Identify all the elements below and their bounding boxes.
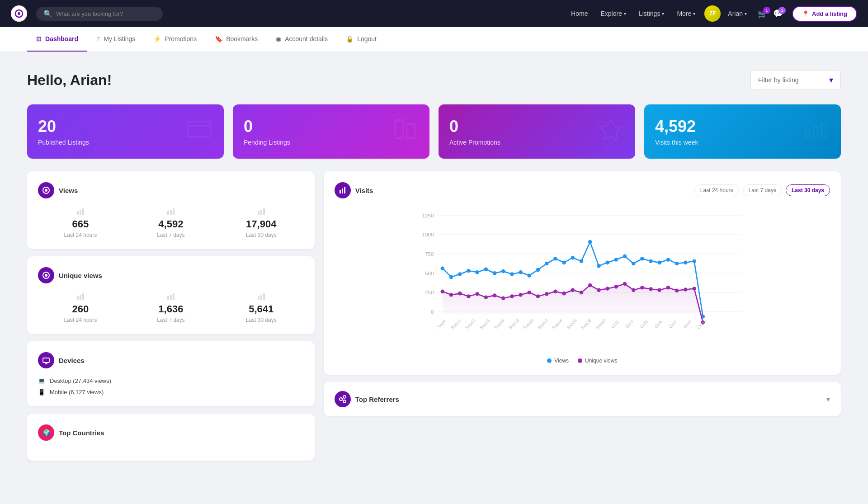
listings-icon: ≡ [96,35,100,42]
mobile-label: Mobile (6,127 views) [50,389,104,396]
unique-views-legend-label: Unique views [585,358,617,364]
views-30d-value: 17,904 [219,218,304,230]
devices-icon-circle [38,352,54,368]
nav-arian[interactable]: Arian ▾ [722,6,752,21]
svg-point-102 [623,282,627,286]
legend-unique-views: Unique views [578,358,617,364]
svg-point-84 [467,294,471,298]
svg-line-135 [342,400,344,401]
svg-point-95 [562,292,566,296]
tab-dashboard[interactable]: ⊡ Dashboard [27,27,87,52]
stat-card-pending: 0 Pending Listings [233,104,429,159]
left-column: Views 665 Last 24 hours 4,592 [27,171,315,461]
svg-point-110 [692,287,696,291]
stat-cards: 20 Published Listings 0 Pending Listings… [27,104,841,159]
nav-explore[interactable]: Explore ▾ [595,6,631,21]
pending-icon [392,118,419,146]
svg-point-53 [467,269,471,273]
unique-views-header: Unique views [38,267,304,283]
referrers-expand-icon[interactable]: ▾ [826,395,830,404]
svg-point-64 [562,261,566,265]
svg-point-59 [519,270,523,274]
svg-rect-32 [43,358,49,363]
header-row: Hello, Arian! Filter by listing ▾ [27,70,841,90]
views-stat-30d: 17,904 Last 30 days [219,207,304,238]
svg-point-79 [692,259,696,263]
nav-listings[interactable]: Listings ▾ [633,6,670,21]
svg-text:Sep30: Sep30 [594,318,606,330]
unique-views-icon-circle [38,267,54,283]
visits-svg-chart: 1250 1000 750 500 250 0 [335,206,830,350]
svg-rect-24 [80,295,81,300]
nav-links: Home Explore ▾ Listings ▾ More ▾ ZF Aria… [566,5,857,22]
unique-views-stat-30d: 5,641 Last 30 days [219,292,304,323]
logo[interactable] [11,5,27,22]
filter-30d[interactable]: Last 30 days [786,184,830,196]
svg-point-72 [632,262,636,266]
tab-promotions[interactable]: ⚡ Promotions [144,27,206,52]
svg-rect-5 [407,124,415,138]
visits-chart-icon [335,182,351,198]
page-title: Hello, Arian! [27,72,112,89]
notification-badge: 1 [778,7,786,14]
svg-point-104 [640,286,644,290]
search-input[interactable] [56,10,156,17]
svg-rect-20 [263,208,265,215]
filter-7d[interactable]: Last 7 days [743,184,782,196]
tab-logout[interactable]: 🔒 Logout [337,27,386,52]
svg-rect-9 [821,123,826,139]
svg-rect-23 [77,296,79,300]
svg-point-78 [684,261,688,265]
add-listing-button[interactable]: 📍 Add a listing [792,6,857,22]
filter-dropdown[interactable]: Filter by listing ▾ [750,70,841,90]
tab-account-details[interactable]: ◉ Account details [267,27,337,52]
mobile-icon: 📱 [38,389,45,396]
views-30d-label: Last 30 days [219,232,304,238]
desktop-icon: 💻 [38,377,45,384]
svg-text:Sep15: Sep15 [478,318,491,330]
svg-point-66 [579,259,583,263]
svg-rect-37 [344,187,345,193]
svg-rect-8 [813,127,818,139]
filter-24h[interactable]: Last 24 hours [694,184,739,196]
svg-point-11 [45,189,47,192]
visits-chart-card: Visits Last 24 hours Last 7 days Last 30… [324,171,841,375]
visits-icon [803,119,830,144]
desktop-label: Desktop (27,434 views) [50,377,111,384]
svg-point-89 [510,294,514,298]
svg-text:Oct9: Oct9 [682,319,692,329]
svg-point-77 [675,262,679,266]
svg-point-93 [545,292,549,296]
svg-text:Sep11: Sep11 [449,318,462,330]
search-icon: 🔍 [43,9,52,18]
unique-views-stat-7d: 1,636 Last 7 days [128,292,213,323]
svg-rect-26 [167,296,169,300]
svg-point-107 [666,286,670,290]
nav-icons: 🛒 1 💬 1 [758,9,783,19]
svg-point-101 [614,285,618,289]
svg-point-73 [640,257,644,261]
svg-point-109 [684,287,688,292]
svg-text:500: 500 [425,270,434,276]
devices-title: Devices [59,357,85,364]
avatar[interactable]: ZF [704,5,721,22]
nav-home[interactable]: Home [566,6,593,21]
tab-bookmarks[interactable]: 🔖 Bookmarks [206,27,267,52]
svg-rect-30 [260,295,262,300]
uv-24h-label: Last 24 hours [38,317,123,323]
visits-header: Visits Last 24 hours Last 7 days Last 30… [335,182,830,198]
search-bar[interactable]: 🔍 [36,7,163,21]
uv-30d-label: Last 30 days [219,317,304,323]
cart-icon[interactable]: 🛒 1 [758,9,768,19]
svg-point-57 [501,269,505,273]
svg-point-92 [536,294,540,298]
unique-views-stat-24h: 260 Last 24 hours [38,292,123,323]
svg-point-82 [449,293,453,297]
views-legend-label: Views [554,358,569,364]
nav-more[interactable]: More ▾ [671,6,701,21]
svg-point-85 [475,292,479,296]
tab-my-listings[interactable]: ≡ My Listings [87,27,144,52]
notification-icon[interactable]: 💬 1 [773,9,783,19]
svg-point-74 [649,259,653,263]
right-column: Visits Last 24 hours Last 7 days Last 30… [324,171,841,461]
